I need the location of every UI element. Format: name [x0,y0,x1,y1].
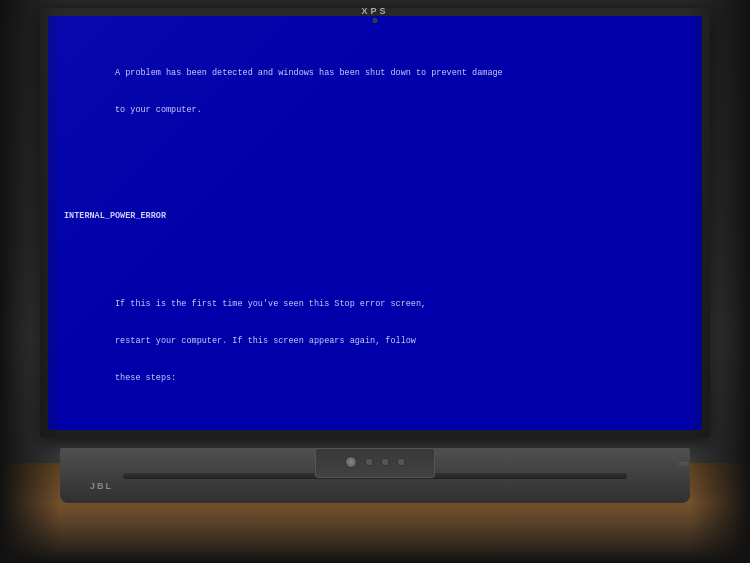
power-button[interactable] [345,456,357,468]
volume-button[interactable] [365,458,373,466]
bsod-text: A problem has been detected and windows … [48,16,702,430]
bsod-line2: to your computer. [115,105,202,115]
bsod-para1-line2: restart your computer. If this screen ap… [115,336,416,346]
webcam [373,18,378,23]
bsod-para1-line3: these steps: [115,373,176,383]
left-vignette [0,0,60,563]
right-vignette [690,0,750,563]
bottom-buttons-row [275,456,475,468]
bsod-error-code: INTERNAL_POWER_ERROR [64,210,686,222]
bsod-screen: A problem has been detected and windows … [48,16,702,430]
bsod-error-code-section: INTERNAL_POWER_ERROR [64,186,686,254]
bsod-para1-line1: If this is the first time you've seen th… [115,299,426,309]
function-button[interactable] [381,458,389,466]
screen-bezel: XPS A problem has been detected and wind… [40,8,710,438]
bottom-vignette [0,503,750,563]
function-button-2[interactable] [397,458,405,466]
bsod-header-section: A problem has been detected and windows … [64,55,686,129]
xps-logo: XPS [361,6,388,16]
bsod-para1: If this is the first time you've seen th… [64,286,686,397]
laptop-outer: XPS A problem has been detected and wind… [0,0,750,563]
jbl-logo: JBL [90,481,113,491]
bsod-line1: A problem has been detected and windows … [115,68,503,78]
